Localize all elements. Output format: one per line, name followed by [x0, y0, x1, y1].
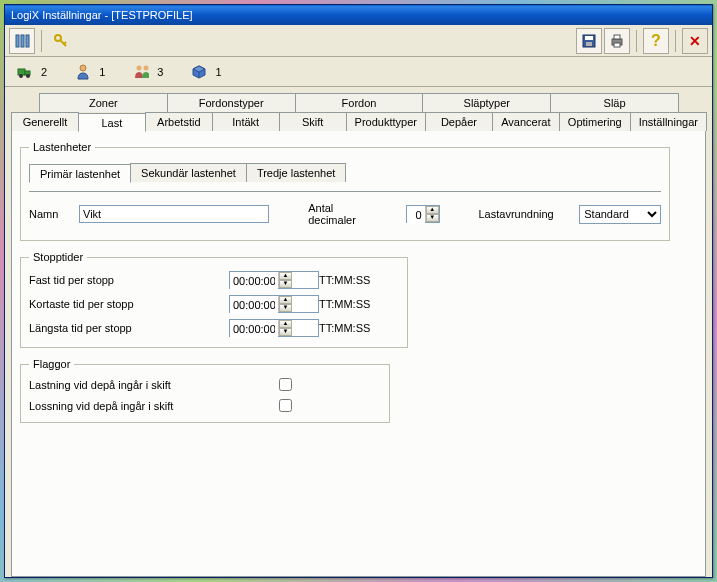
input-kortaste-tid[interactable]: [230, 296, 278, 314]
tab-row-upper: Zoner Fordonstyper Fordon Släptyper Släp: [39, 93, 678, 112]
input-langsta-tid[interactable]: [230, 320, 278, 338]
subtab-label: Tredje lastenhet: [257, 167, 335, 179]
tab-fordonstyper[interactable]: Fordonstyper: [167, 93, 296, 112]
input-namn[interactable]: [79, 205, 269, 223]
suffix-kortaste-tid: TT:MM:SS: [319, 298, 399, 310]
tab-label: Fordonstyper: [199, 97, 264, 109]
window-title: LogiX Inställningar - [TESTPROFILE]: [11, 9, 193, 21]
tab-label: Depåer: [441, 116, 477, 128]
svg-line-5: [64, 42, 66, 44]
label-lossning: Lossning vid depå ingår i skift: [29, 400, 279, 412]
close-button[interactable]: ✕: [682, 28, 708, 54]
svg-point-17: [137, 65, 142, 70]
svg-point-16: [80, 65, 86, 71]
fieldset-lastenheter: Lastenheter Primär lastenhet Sekundär la…: [20, 141, 670, 241]
spin-up-icon[interactable]: ▲: [426, 206, 439, 214]
tabs-container: Zoner Fordonstyper Fordon Släptyper Släp…: [5, 87, 712, 577]
tab-label: Produkttyper: [355, 116, 417, 128]
spinner-kortaste-tid[interactable]: ▲▼: [229, 295, 319, 313]
svg-rect-0: [16, 35, 19, 47]
columns-icon: [14, 33, 30, 49]
legend-lastenheter: Lastenheter: [29, 141, 95, 153]
tab-slap[interactable]: Släp: [550, 93, 679, 112]
tab-produkttyper[interactable]: Produkttyper: [346, 112, 426, 131]
print-button[interactable]: [604, 28, 630, 54]
spinner-fast-tid[interactable]: ▲▼: [229, 271, 319, 289]
tab-arbetstid[interactable]: Arbetstid: [145, 112, 213, 131]
tab-last[interactable]: Last: [78, 113, 146, 132]
subtab-label: Sekundär lastenhet: [141, 167, 236, 179]
svg-point-18: [144, 65, 149, 70]
spin-up-icon[interactable]: ▲: [279, 296, 292, 304]
key-button[interactable]: [48, 28, 74, 54]
label-lastning: Lastning vid depå ingår i skift: [29, 379, 279, 391]
label-kortaste-tid: Kortaste tid per stopp: [29, 298, 229, 310]
spin-down-icon[interactable]: ▼: [279, 328, 292, 336]
tab-label: Optimering: [568, 116, 622, 128]
status-row: 2 1 3 1: [5, 57, 712, 87]
tab-zoner[interactable]: Zoner: [39, 93, 168, 112]
person-icon: [75, 64, 91, 80]
checkbox-lossning[interactable]: [279, 399, 292, 412]
svg-rect-11: [614, 43, 620, 47]
tab-label: Generellt: [23, 116, 68, 128]
tab-optimering[interactable]: Optimering: [559, 112, 631, 131]
subtab-primar[interactable]: Primär lastenhet: [29, 164, 131, 183]
help-button[interactable]: ?: [643, 28, 669, 54]
subtab-tredje[interactable]: Tredje lastenhet: [246, 163, 346, 182]
columns-button[interactable]: [9, 28, 35, 54]
spinner-langsta-tid[interactable]: ▲▼: [229, 319, 319, 337]
status-person: 1: [75, 64, 105, 80]
window-titlebar: LogiX Inställningar - [TESTPROFILE]: [5, 5, 712, 25]
tab-fordon[interactable]: Fordon: [295, 93, 424, 112]
tab-installningar[interactable]: Inställningar: [630, 112, 707, 131]
spin-down-icon[interactable]: ▼: [426, 214, 439, 222]
save-button[interactable]: [576, 28, 602, 54]
toolbar: ? ✕: [5, 25, 712, 57]
fieldset-flaggor: Flaggor Lastning vid depå ingår i skift …: [20, 358, 390, 423]
label-rounding: Lastavrundning: [479, 208, 554, 220]
tab-panel-last: Lastenheter Primär lastenhet Sekundär la…: [11, 130, 706, 577]
subtab-label: Primär lastenhet: [40, 168, 120, 180]
row-namn: Namn Antal decimaler ▲ ▼ Lastavrundning: [29, 202, 661, 226]
svg-point-15: [26, 74, 30, 78]
label-namn: Namn: [29, 208, 71, 220]
spin-down-icon[interactable]: ▼: [279, 280, 292, 288]
status-value: 1: [215, 66, 221, 78]
subtabs-lastenheter: Primär lastenhet Sekundär lastenhet Tred…: [29, 163, 661, 182]
tab-depaer[interactable]: Depåer: [425, 112, 493, 131]
tab-generellt[interactable]: Generellt: [11, 112, 79, 131]
label-langsta-tid: Längsta tid per stopp: [29, 322, 229, 334]
status-value: 1: [99, 66, 105, 78]
svg-rect-2: [26, 35, 29, 47]
svg-point-14: [19, 74, 23, 78]
tab-avancerat[interactable]: Avancerat: [492, 112, 560, 131]
suffix-langsta-tid: TT:MM:SS: [319, 322, 399, 334]
tab-skift[interactable]: Skift: [279, 112, 347, 131]
status-value: 3: [157, 66, 163, 78]
tab-label: Släptyper: [464, 97, 510, 109]
input-fast-tid[interactable]: [230, 272, 278, 290]
legend-stopptider: Stopptider: [29, 251, 87, 263]
status-people: 3: [133, 64, 163, 80]
checkbox-lastning[interactable]: [279, 378, 292, 391]
fieldset-stopptider: Stopptider Fast tid per stopp ▲▼ TT:MM:S…: [20, 251, 408, 348]
tab-slaptyper[interactable]: Släptyper: [422, 93, 551, 112]
spinner-decimals[interactable]: ▲ ▼: [406, 205, 440, 223]
close-icon: ✕: [689, 33, 701, 49]
tab-label: Arbetstid: [157, 116, 200, 128]
tab-label: Avancerat: [501, 116, 550, 128]
subtab-sekundar[interactable]: Sekundär lastenhet: [130, 163, 247, 182]
status-cube: 1: [191, 64, 221, 80]
tab-label: Skift: [302, 116, 323, 128]
input-decimals[interactable]: [407, 206, 425, 224]
spin-up-icon[interactable]: ▲: [279, 320, 292, 328]
spin-up-icon[interactable]: ▲: [279, 272, 292, 280]
truck-icon: [17, 64, 33, 80]
cube-icon: [191, 64, 207, 80]
app-window: LogiX Inställningar - [TESTPROFILE] ?: [4, 4, 713, 578]
select-rounding[interactable]: Standard: [579, 205, 661, 224]
spin-down-icon[interactable]: ▼: [279, 304, 292, 312]
tab-intakt[interactable]: Intäkt: [212, 112, 280, 131]
print-icon: [609, 33, 625, 49]
